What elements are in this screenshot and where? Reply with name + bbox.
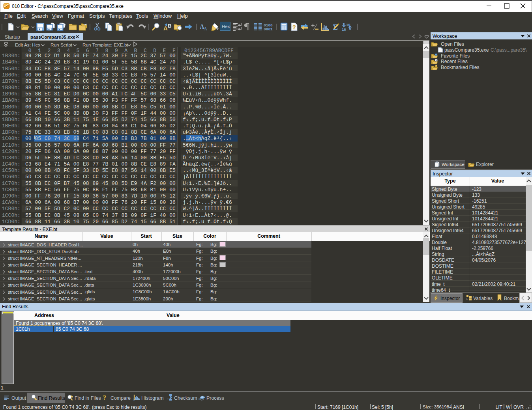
svg-text:16: 16 bbox=[342, 27, 346, 31]
svg-text:?: ? bbox=[103, 394, 106, 401]
svg-text:Hex: Hex bbox=[222, 24, 230, 29]
svg-text:A: A bbox=[163, 25, 168, 32]
svg-text:B: B bbox=[168, 23, 171, 29]
svg-text:A: A bbox=[204, 26, 207, 31]
svg-text:0001: 0001 bbox=[264, 27, 273, 31]
svg-text:?: ? bbox=[292, 24, 296, 30]
